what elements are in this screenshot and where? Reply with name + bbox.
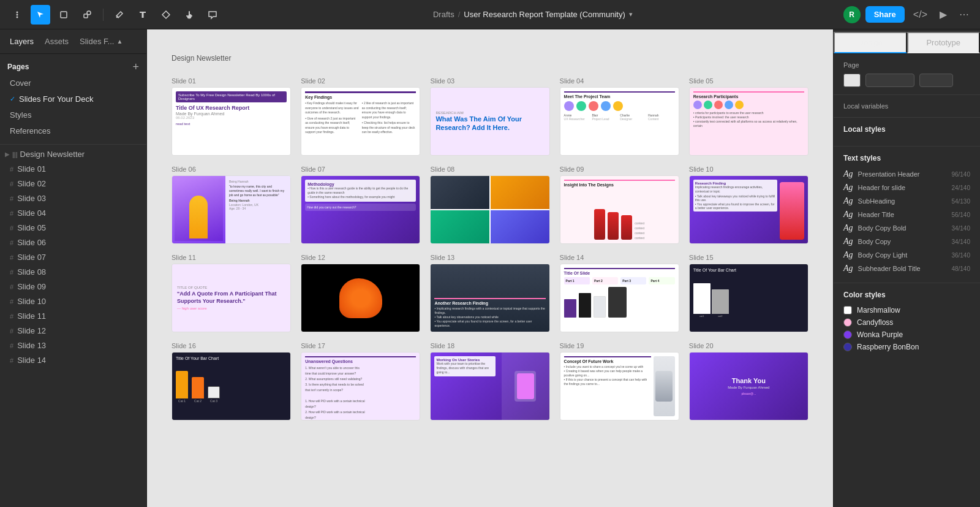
user-avatar[interactable]: R [843, 6, 861, 23]
slide-item-19[interactable]: Slide 19 Concept Of Future Work • Includ… [560, 342, 679, 421]
color-style-wonka-purple[interactable]: Wonka Purple [843, 329, 970, 341]
slide-19-thumb[interactable]: Concept Of Future Work • Include you wan… [560, 352, 679, 421]
layer-item-slide06[interactable]: # Slide 06 [2, 235, 144, 250]
slide-item-16[interactable]: Slide 16 Title Of Your Bar Chart Cat 1 C… [172, 342, 291, 421]
slide-item-18[interactable]: Slide 18 Working On User Stories Work wi… [430, 342, 549, 421]
doc-title-chevron[interactable]: ▾ [629, 10, 633, 18]
tab-prototype[interactable]: Prototype [907, 32, 981, 53]
page-opacity-input[interactable]: 100% [919, 74, 953, 87]
slide-11-thumb[interactable]: TITLE OF QUOTE "Add A Quote From A Parti… [172, 264, 291, 332]
comment-tool-icon[interactable] [203, 5, 222, 25]
tab-design[interactable]: Design [834, 32, 907, 53]
layer-item-slide07[interactable]: # Slide 07 [2, 250, 144, 264]
ns-date: 06.02.2023 [176, 116, 287, 120]
slide-15-thumb[interactable]: Title Of Your Bar Chart cat1 cat2 [689, 264, 809, 332]
slide-item-04[interactable]: Slide 04 Meet The Project Team [560, 77, 679, 156]
slide-17-thumb[interactable]: Unanswered Questions 1. What weren't you… [301, 352, 420, 421]
shape-tool-icon[interactable] [77, 5, 97, 25]
move-tool-icon[interactable] [31, 5, 50, 25]
tab-slides[interactable]: Slides F... ▲ [75, 34, 127, 48]
more-icon[interactable]: ⋯ [956, 6, 973, 23]
color-style-marshmallow[interactable]: Marshmallow [843, 304, 970, 316]
slide-item-09[interactable]: Slide 09 Insight Into The Designs contex… [560, 166, 679, 244]
play-icon[interactable]: ▶ [936, 6, 951, 23]
text-style-body-copy-bold[interactable]: Ag Body Copy Bold 34/140 [843, 221, 970, 235]
slide-05-thumb[interactable]: Research Participants • criteria for par… [689, 87, 809, 156]
slide-09-thumb[interactable]: Insight Into The Designs context context… [560, 175, 679, 244]
slide-item-03[interactable]: Slide 03 RESEARCH AIM What Was The Aim O… [430, 77, 549, 156]
page-item-styles[interactable]: Styles [2, 107, 144, 123]
slide-item-17[interactable]: Slide 17 Unanswered Questions 1. What we… [301, 342, 420, 421]
page-item-slides-for-your-deck[interactable]: ✓ Slides For Your Deck [2, 91, 144, 107]
slide-item-13[interactable]: Slide 13 Another Research Finding • Impl… [430, 254, 549, 332]
slide-13-thumb[interactable]: Another Research Finding • Implicating r… [430, 264, 549, 332]
slide-02-thumb[interactable]: Key Findings • Key Findings should make … [301, 87, 420, 156]
page-item-references[interactable]: References [2, 123, 144, 139]
slide-item-06[interactable]: Slide 06 Being Hannah "to know my name, … [172, 166, 291, 244]
add-page-button[interactable]: + [132, 61, 139, 72]
slide-03-thumb[interactable]: RESEARCH AIM What Was The Aim Of Your Re… [430, 87, 549, 156]
layer-item-slide14[interactable]: # Slide 14 [2, 353, 144, 367]
share-button[interactable]: Share [865, 6, 905, 23]
slide-01-thumb[interactable]: Subscribe To My Free Design Newsletter R… [172, 87, 291, 156]
slide-16-thumb[interactable]: Title Of Your Bar Chart Cat 1 Cat 2 [172, 352, 291, 421]
slide-item-08[interactable]: Slide 08 [430, 166, 549, 244]
tab-layers[interactable]: Layers [5, 34, 39, 48]
slide-item-02[interactable]: Slide 02 Key Findings • Key Findings sho… [301, 77, 420, 156]
slide-item-12[interactable]: Slide 12 [301, 254, 420, 332]
layer-item-slide03[interactable]: # Slide 03 [2, 191, 144, 205]
doc-title: User Research Report Template (Community… [464, 10, 625, 19]
layer-item-slide08[interactable]: # Slide 08 [2, 265, 144, 279]
slide-item-07[interactable]: Slide 07 Methodology • How is this a use… [301, 166, 420, 244]
layer-item-slide12[interactable]: # Slide 12 [2, 324, 144, 338]
slide-18-thumb[interactable]: Working On User Stories Work with your t… [430, 352, 549, 421]
color-style-raspberry-bonbon[interactable]: Raspberry BonBon [843, 341, 970, 353]
color-style-candyfloss[interactable]: Candyfloss [843, 316, 970, 329]
text-tool-icon[interactable] [133, 5, 153, 25]
slide-03-label: Slide 03 [430, 77, 549, 85]
slide-06-thumb[interactable]: Being Hannah "to know my name, this city… [172, 175, 291, 244]
slide-item-20[interactable]: Slide 20 Thank You Made By Furquan Ahmed… [689, 342, 809, 421]
layer-item-slide02[interactable]: # Slide 02 [2, 177, 144, 191]
slide-item-14[interactable]: Slide 14 Title Of Slide Part 1 Part 2 [560, 254, 679, 332]
layer-item-slide05[interactable]: # Slide 05 [2, 221, 144, 235]
slide-20-thumb[interactable]: Thank You Made By Furquan Ahmed please@.… [689, 352, 809, 421]
page-color-hex-input[interactable]: E5E5E5 [865, 74, 914, 87]
page-item-cover[interactable]: Cover [2, 75, 144, 91]
slide-10-thumb[interactable]: Research Finding Implicating research fi… [689, 175, 809, 244]
pen-tool-icon[interactable] [110, 5, 129, 25]
layer-group-design-newsletter[interactable]: ▶ ||| Design Newsletter [0, 147, 146, 161]
text-style-header-title[interactable]: Ag Header Title 56/140 [843, 208, 970, 221]
slide-item-15[interactable]: Slide 15 Title Of Your Bar Chart cat1 ca… [689, 254, 809, 332]
layer-item-slide09[interactable]: # Slide 09 [2, 280, 144, 294]
slide-14-thumb[interactable]: Title Of Slide Part 1 Part 2 Part 3 [560, 264, 679, 332]
page-color-swatch[interactable] [843, 74, 861, 87]
slide-04-thumb[interactable]: Meet The Project Team AnnieUX Researcher… [560, 87, 679, 156]
text-style-subheader-bold-title[interactable]: Ag Subheader Bold Title 48/140 [843, 262, 970, 275]
text-style-body-copy[interactable]: Ag Body Copy 34/140 [843, 235, 970, 248]
hand-tool-icon[interactable] [179, 5, 199, 25]
text-style-subheading[interactable]: Ag SubHeading 54/130 [843, 194, 970, 208]
page-color-row: E5E5E5 100% [843, 74, 970, 87]
layer-item-slide04[interactable]: # Slide 04 [2, 206, 144, 220]
slide-item-01[interactable]: Slide 01 Subscribe To My Free Design New… [172, 77, 291, 156]
text-style-presentation-header[interactable]: Ag Presentation Header 96/140 [843, 167, 970, 181]
layer-item-slide01[interactable]: # Slide 01 [2, 162, 144, 176]
code-icon[interactable]: </> [910, 7, 931, 23]
layer-item-slide10[interactable]: # Slide 10 [2, 294, 144, 308]
slide-item-05[interactable]: Slide 05 Research Participants • criteri… [689, 77, 809, 156]
text-style-body-copy-light[interactable]: Ag Body Copy Light 36/140 [843, 248, 970, 262]
slide-20-label: Slide 20 [689, 342, 809, 349]
frame-tool-icon[interactable] [54, 5, 74, 25]
layer-item-slide11[interactable]: # Slide 11 [2, 309, 144, 323]
layer-item-slide13[interactable]: # Slide 13 [2, 338, 144, 353]
slide-07-thumb[interactable]: Methodology • How is this a user researc… [301, 175, 420, 244]
component-tool-icon[interactable] [156, 5, 176, 25]
text-style-header-for-slide[interactable]: Ag Header for slide 24/140 [843, 181, 970, 194]
slide-item-11[interactable]: Slide 11 TITLE OF QUOTE "Add A Quote Fro… [172, 254, 291, 332]
main-menu-icon[interactable] [7, 5, 27, 25]
slide-08-thumb[interactable] [430, 175, 549, 244]
tab-assets[interactable]: Assets [40, 34, 74, 48]
slide-item-10[interactable]: Slide 10 Research Finding Implicating re… [689, 166, 809, 244]
slide-12-thumb[interactable] [301, 264, 420, 332]
